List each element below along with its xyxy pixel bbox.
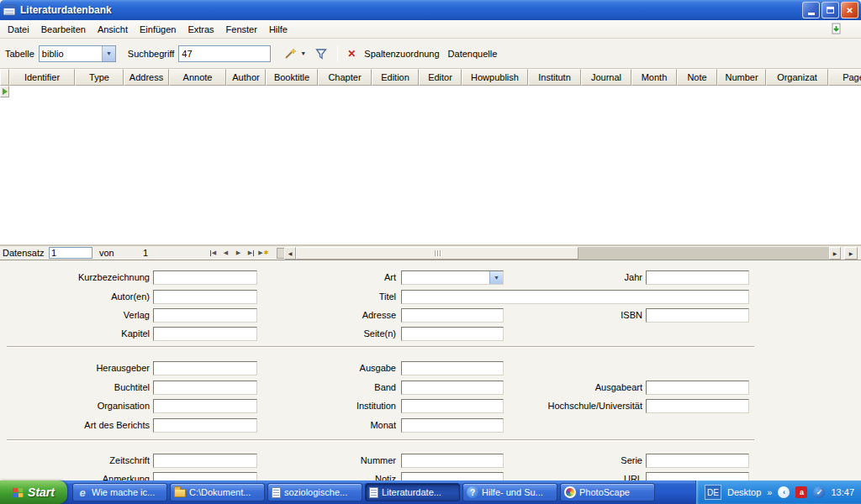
buchtitel-input[interactable] bbox=[153, 381, 257, 395]
last-record-button[interactable]: ▶ bbox=[245, 247, 257, 259]
scroll-right-edge-button[interactable]: ▶ bbox=[844, 247, 858, 260]
column-header-booktitle[interactable]: Booktitle bbox=[266, 69, 318, 86]
autoren-input[interactable] bbox=[153, 290, 257, 304]
adresse-input[interactable] bbox=[401, 308, 504, 323]
band-label: Band bbox=[312, 382, 396, 393]
ausgabeart-input[interactable] bbox=[646, 381, 749, 395]
column-header-institutn[interactable]: Institutn bbox=[528, 69, 581, 86]
form-separator bbox=[7, 439, 754, 441]
column-header-organizat[interactable]: Organizat bbox=[766, 69, 828, 86]
column-header-type[interactable]: Type bbox=[75, 69, 124, 86]
standard-filter-button[interactable] bbox=[310, 45, 332, 63]
art-des-berichts-input[interactable] bbox=[153, 418, 257, 433]
anmerkung-input[interactable] bbox=[153, 472, 257, 480]
kurzbezeichnung-input[interactable] bbox=[153, 270, 257, 285]
task-soziologische[interactable]: soziologische... bbox=[267, 483, 362, 501]
kapitel-input[interactable] bbox=[153, 327, 257, 341]
column-header-address[interactable]: Address bbox=[124, 69, 169, 86]
autofilter-button[interactable]: ▼ bbox=[279, 45, 310, 63]
chevron-down-icon[interactable]: ▼ bbox=[300, 50, 306, 56]
desktop-toolbar-label[interactable]: Desktop bbox=[727, 487, 761, 497]
serie-input[interactable] bbox=[646, 454, 749, 468]
nummer-label: Nummer bbox=[312, 455, 396, 466]
url-input[interactable] bbox=[646, 472, 749, 480]
tray-icon-red[interactable]: a bbox=[795, 486, 807, 498]
menu-datei[interactable]: Datei bbox=[2, 22, 35, 37]
adresse-label: Adresse bbox=[312, 310, 396, 321]
organisation-input[interactable] bbox=[153, 399, 257, 413]
column-header-howpublish[interactable]: Howpublish bbox=[462, 69, 528, 86]
form-separator bbox=[7, 346, 754, 348]
current-row-arrow-icon bbox=[3, 88, 8, 95]
scroll-right-arrow[interactable]: ▶ bbox=[829, 247, 841, 260]
column-header-annote[interactable]: Annote bbox=[169, 69, 226, 86]
red-x-icon: ✕ bbox=[347, 48, 356, 60]
ausgabe-input[interactable] bbox=[401, 361, 504, 375]
chevron-right-icon[interactable]: » bbox=[767, 487, 772, 497]
task-hilfe-support[interactable]: ? Hilfe- und Su... bbox=[462, 483, 557, 501]
current-row-selector[interactable] bbox=[0, 86, 9, 97]
column-header-note[interactable]: Note bbox=[677, 69, 717, 86]
start-button[interactable]: Start bbox=[0, 480, 67, 504]
titel-input[interactable] bbox=[401, 290, 749, 304]
record-number-input[interactable] bbox=[49, 247, 92, 259]
menu-bearbeiten[interactable]: Bearbeiten bbox=[35, 22, 92, 37]
previous-record-button[interactable]: ◀ bbox=[219, 247, 232, 259]
task-literaturdatenbank[interactable]: Literaturdate... bbox=[365, 483, 460, 501]
close-button[interactable]: ✕ bbox=[841, 2, 858, 18]
document-arrow-icon[interactable] bbox=[829, 22, 843, 35]
column-header-identifier[interactable]: Identifier bbox=[9, 69, 75, 86]
datenquelle-button[interactable]: Datenquelle bbox=[444, 46, 502, 61]
new-record-button[interactable]: ▶✱ bbox=[257, 247, 270, 259]
tray-icon-blue[interactable]: ✓ bbox=[813, 486, 825, 498]
search-label: Suchbegriff bbox=[128, 49, 174, 59]
column-header-journal[interactable]: Journal bbox=[581, 69, 631, 86]
band-input[interactable] bbox=[401, 381, 504, 395]
table-select[interactable]: biblio ▼ bbox=[39, 45, 116, 62]
document-icon bbox=[272, 487, 281, 498]
notiz-input[interactable] bbox=[401, 472, 504, 480]
column-header-month[interactable]: Month bbox=[631, 69, 677, 86]
menu-fenster[interactable]: Fenster bbox=[220, 22, 263, 37]
jahr-input[interactable] bbox=[646, 270, 749, 285]
isbn-input[interactable] bbox=[646, 308, 749, 323]
next-record-button[interactable]: ▶ bbox=[232, 247, 245, 259]
nummer-input[interactable] bbox=[401, 454, 504, 468]
spaltenzuordnung-button[interactable]: Spaltenzuordnung bbox=[360, 46, 443, 61]
column-header-page[interactable]: Page bbox=[828, 69, 861, 86]
menu-hilfe[interactable]: Hilfe bbox=[263, 22, 293, 37]
remove-filter-button[interactable]: ✕ bbox=[343, 45, 360, 62]
horizontal-scrollbar[interactable]: ◀ ▶ bbox=[284, 247, 841, 260]
institution-input[interactable] bbox=[401, 399, 504, 413]
task-wie-mache-ich[interactable]: e Wie mache ic... bbox=[72, 483, 167, 501]
column-header-editor[interactable]: Editor bbox=[419, 69, 462, 86]
chevron-down-icon[interactable]: ▼ bbox=[102, 46, 115, 61]
scrollbar-thumb[interactable] bbox=[296, 247, 578, 260]
task-dokumente-folder[interactable]: C:\Dokument... bbox=[170, 483, 265, 501]
hide-icons-button[interactable]: ‹ bbox=[778, 486, 790, 498]
column-header-number[interactable]: Number bbox=[717, 69, 766, 86]
art-select[interactable]: ▼ bbox=[401, 270, 504, 285]
column-header-edition[interactable]: Edition bbox=[372, 69, 419, 86]
column-header-chapter[interactable]: Chapter bbox=[318, 69, 372, 86]
hochschule-input[interactable] bbox=[646, 399, 749, 413]
scroll-left-arrow[interactable]: ◀ bbox=[284, 247, 296, 260]
verlag-input[interactable] bbox=[153, 308, 257, 323]
maximize-button[interactable] bbox=[821, 2, 839, 18]
task-photoscape[interactable]: PhotoScape bbox=[560, 483, 655, 501]
first-record-button[interactable]: ◀ bbox=[207, 247, 219, 259]
search-input[interactable] bbox=[178, 45, 271, 62]
minimize-button[interactable] bbox=[802, 2, 820, 18]
column-header-author[interactable]: Author bbox=[226, 69, 266, 86]
grid-body[interactable] bbox=[0, 86, 861, 245]
zeitschrift-input[interactable] bbox=[153, 454, 257, 468]
grid-corner-cell[interactable] bbox=[0, 69, 9, 86]
language-indicator[interactable]: DE bbox=[705, 485, 721, 500]
monat-input[interactable] bbox=[401, 418, 504, 433]
menu-ansicht[interactable]: Ansicht bbox=[92, 22, 134, 37]
chevron-down-icon[interactable]: ▼ bbox=[489, 271, 503, 284]
seiten-input[interactable] bbox=[401, 327, 504, 341]
menu-extras[interactable]: Extras bbox=[182, 22, 219, 37]
herausgeber-input[interactable] bbox=[153, 361, 257, 375]
menu-einfuegen[interactable]: Einfügen bbox=[134, 22, 182, 37]
